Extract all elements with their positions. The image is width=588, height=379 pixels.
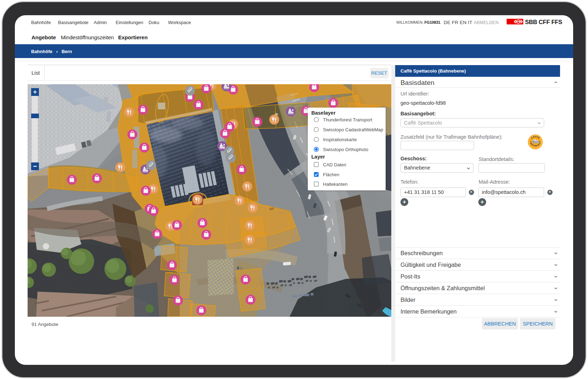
svg-text:SBB CFF FFS: SBB CFF FFS [525, 19, 562, 25]
